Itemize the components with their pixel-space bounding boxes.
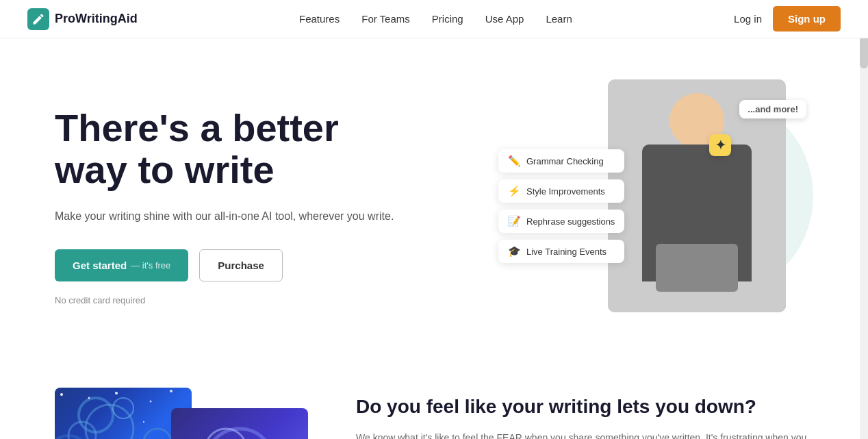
hero-right: ✏️ Grammar Checking ⚡ Style Improvements… — [498, 79, 813, 333]
style-icon: ⚡ — [508, 185, 521, 197]
nav-features[interactable]: Features — [299, 13, 340, 25]
plus-badge: ✦ — [709, 134, 731, 156]
get-started-label: Get started — [73, 260, 127, 271]
section2-images: My idea in my head — [55, 388, 315, 439]
svg-point-4 — [55, 436, 89, 439]
grammar-icon: ✏️ — [508, 155, 521, 167]
hero-title-line2: way to write — [55, 148, 275, 191]
brand-name: ProWritingAid — [55, 12, 138, 26]
hero-illustration: ✏️ Grammar Checking ⚡ Style Improvements… — [498, 79, 813, 333]
svg-point-9 — [150, 401, 152, 403]
pill-style: ⚡ Style Improvements — [498, 179, 624, 203]
more-tooltip: ...and more! — [739, 100, 806, 118]
section2-body: We know what it's like to feel the FEAR … — [356, 430, 813, 439]
svg-point-8 — [115, 392, 118, 394]
nav-pricing[interactable]: Pricing — [432, 13, 463, 25]
nav-for-teams[interactable]: For Teams — [361, 13, 410, 25]
logo-icon — [27, 8, 49, 30]
logo-link[interactable]: ProWritingAid — [27, 8, 138, 30]
pill-grammar: ✏️ Grammar Checking — [498, 149, 624, 173]
hero-title: There's a better way to write — [55, 107, 394, 191]
nav-links: Features For Teams Pricing Use App Learn — [299, 13, 572, 25]
laptop — [656, 244, 738, 292]
signup-button[interactable]: Sign up — [773, 6, 841, 32]
svg-point-10 — [170, 390, 173, 392]
logo-svg — [31, 12, 45, 26]
hero-buttons: Get started — it's free Purchase — [55, 249, 394, 281]
nav-actions: Log in Sign up — [734, 6, 841, 32]
hero-left: There's a better way to write Make your … — [55, 107, 394, 306]
svg-point-6 — [60, 393, 63, 396]
pill-training: 🎓 Live Training Events — [498, 240, 624, 263]
get-started-button[interactable]: Get started — it's free — [55, 249, 188, 281]
login-button[interactable]: Log in — [734, 13, 762, 25]
svg-point-11 — [143, 421, 144, 423]
pill-style-label: Style Improvements — [526, 186, 605, 197]
nav-use-app[interactable]: Use App — [485, 13, 524, 25]
no-credit-card-text: No credit card required — [55, 295, 394, 305]
section2: My idea in my head Do you feel like your… — [0, 360, 868, 439]
purchase-button[interactable]: Purchase — [199, 249, 283, 281]
pill-grammar-label: Grammar Checking — [526, 156, 604, 166]
training-icon: 🎓 — [508, 245, 521, 258]
pill-rephrase-label: Rephrase suggestions — [526, 216, 615, 227]
svg-point-0 — [79, 398, 113, 432]
abstract-svg — [171, 408, 308, 439]
image-placeholder-2 — [171, 408, 308, 439]
rephrase-icon: 📝 — [508, 215, 521, 227]
svg-point-5 — [144, 429, 171, 439]
navigation: ProWritingAid Features For Teams Pricing… — [0, 0, 868, 38]
scrollbar-track[interactable] — [860, 0, 868, 439]
pill-rephrase: 📝 Rephrase suggestions — [498, 210, 624, 233]
hero-section: There's a better way to write Make your … — [0, 38, 868, 360]
svg-point-1 — [86, 405, 133, 439]
hero-subtitle: Make your writing shine with our all-in-… — [55, 208, 394, 225]
feature-pills: ✏️ Grammar Checking ⚡ Style Improvements… — [498, 149, 624, 263]
section2-text: Do you feel like your writing lets you d… — [356, 388, 813, 439]
svg-point-7 — [88, 397, 90, 399]
section2-title: Do you feel like your writing lets you d… — [356, 394, 813, 419]
nav-learn[interactable]: Learn — [546, 13, 572, 25]
hero-title-line1: There's a better — [55, 106, 339, 149]
free-label: — it's free — [131, 260, 170, 271]
pill-training-label: Live Training Events — [526, 247, 607, 257]
